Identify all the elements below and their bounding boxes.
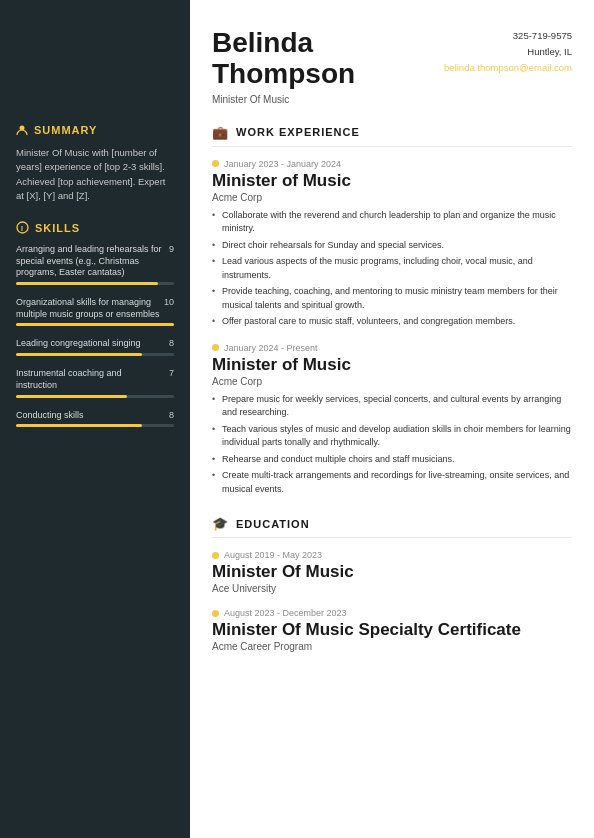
skill-score: 10 <box>164 297 174 307</box>
job-title: Minister of Music <box>212 355 572 375</box>
bullet-item: Teach various styles of music and develo… <box>212 423 572 450</box>
skill-item: Leading congregational singing 8 <box>16 338 174 356</box>
job-bullets: Collaborate with the reverend and church… <box>212 209 572 329</box>
bullet-item: Lead various aspects of the music progra… <box>212 255 572 282</box>
education-section-title: 🎓 EDUCATION <box>212 516 572 538</box>
skill-score: 8 <box>169 338 174 348</box>
edu-institution: Acme Career Program <box>212 641 572 652</box>
candidate-name: Belinda Thompson <box>212 28 355 90</box>
header-name-block: Belinda Thompson Minister Of Music <box>212 28 355 105</box>
bullet-item: Rehearse and conduct multiple choirs and… <box>212 453 572 467</box>
svg-text:i: i <box>21 225 24 232</box>
skill-item: Organizational skills for managing multi… <box>16 297 174 326</box>
skill-label: Conducting skills <box>16 410 169 422</box>
edu-degree-title: Minister Of Music <box>212 562 572 582</box>
briefcase-icon: 💼 <box>212 125 229 140</box>
edu-date: August 2023 - December 2023 <box>212 608 572 618</box>
work-entry: January 2023 - January 2024 Minister of … <box>212 159 572 329</box>
summary-text: Minister Of Music with [number of years]… <box>16 146 174 203</box>
bullet-item: Create multi-track arrangements and reco… <box>212 469 572 496</box>
dot-icon <box>212 552 219 559</box>
skill-bar-fill <box>16 323 174 326</box>
edu-date: August 2019 - May 2023 <box>212 550 572 560</box>
skill-item: Instrumental coaching and instruction 7 <box>16 368 174 397</box>
edu-entry: August 2019 - May 2023 Minister Of Music… <box>212 550 572 594</box>
graduation-icon: 🎓 <box>212 516 229 531</box>
skill-item: Conducting skills 8 <box>16 410 174 428</box>
skill-bar-fill <box>16 395 127 398</box>
skill-label: Organizational skills for managing multi… <box>16 297 164 320</box>
skill-label: Instrumental coaching and instruction <box>16 368 169 391</box>
dot-icon <box>212 160 219 167</box>
skill-score: 8 <box>169 410 174 420</box>
summary-section-title: SUMMARY <box>16 124 174 136</box>
education-container: August 2019 - May 2023 Minister Of Music… <box>212 550 572 652</box>
work-experience-section-title: 💼 WORK EXPERIENCE <box>212 125 572 147</box>
bullet-item: Direct choir rehearsals for Sunday and s… <box>212 239 572 253</box>
skills-list: Arranging and leading rehearsals for spe… <box>16 244 174 427</box>
bullet-item: Offer pastoral care to music staff, volu… <box>212 315 572 329</box>
bullet-item: Provide teaching, coaching, and mentorin… <box>212 285 572 312</box>
skill-bar-fill <box>16 353 142 356</box>
person-icon <box>16 124 28 136</box>
skill-item: Arranging and leading rehearsals for spe… <box>16 244 174 285</box>
bullet-item: Collaborate with the reverend and church… <box>212 209 572 236</box>
main-content: Belinda Thompson Minister Of Music 325-7… <box>190 0 594 838</box>
email: belinda.thompson@email.com <box>444 60 572 76</box>
location: Huntley, IL <box>444 44 572 60</box>
skill-bar-fill <box>16 282 158 285</box>
skill-score: 9 <box>169 244 174 254</box>
skill-bar-fill <box>16 424 142 427</box>
header-job-title: Minister Of Music <box>212 94 355 105</box>
avatar-area <box>16 20 174 100</box>
job-date: January 2023 - January 2024 <box>212 159 572 169</box>
skill-label: Arranging and leading rehearsals for spe… <box>16 244 169 279</box>
sidebar: SUMMARY Minister Of Music with [number o… <box>0 0 190 838</box>
skill-bar-bg <box>16 323 174 326</box>
edu-entry: August 2023 - December 2023 Minister Of … <box>212 608 572 652</box>
dot-icon <box>212 344 219 351</box>
skill-bar-bg <box>16 282 174 285</box>
header-top-row: Belinda Thompson Minister Of Music 325-7… <box>212 28 572 105</box>
job-company: Acme Corp <box>212 192 572 203</box>
job-bullets: Prepare music for weekly services, speci… <box>212 393 572 497</box>
skill-bar-bg <box>16 424 174 427</box>
work-entry: January 2024 - Present Minister of Music… <box>212 343 572 497</box>
job-company: Acme Corp <box>212 376 572 387</box>
job-title: Minister of Music <box>212 171 572 191</box>
skill-bar-bg <box>16 395 174 398</box>
skills-icon: i <box>16 221 29 234</box>
edu-degree-title: Minister Of Music Specialty Certificate <box>212 620 572 640</box>
skills-section-title: i SKILLS <box>16 221 174 234</box>
edu-institution: Ace University <box>212 583 572 594</box>
skill-score: 7 <box>169 368 174 378</box>
phone: 325-719-9575 <box>444 28 572 44</box>
bullet-item: Prepare music for weekly services, speci… <box>212 393 572 420</box>
dot-icon <box>212 610 219 617</box>
header-contact: 325-719-9575 Huntley, IL belinda.thompso… <box>444 28 572 76</box>
skill-label: Leading congregational singing <box>16 338 169 350</box>
jobs-container: January 2023 - January 2024 Minister of … <box>212 159 572 497</box>
skill-bar-bg <box>16 353 174 356</box>
job-date: January 2024 - Present <box>212 343 572 353</box>
resume-container: SUMMARY Minister Of Music with [number o… <box>0 0 594 838</box>
